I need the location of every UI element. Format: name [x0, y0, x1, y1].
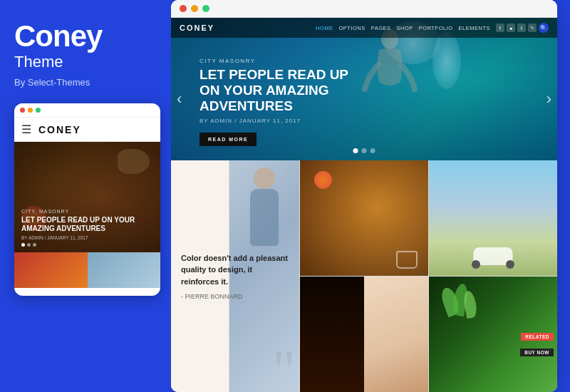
mobile-grid-cell-1 [14, 252, 88, 288]
mobile-dot-yellow [28, 108, 33, 113]
hero-read-more-btn[interactable]: READ MORE [200, 133, 256, 146]
mobile-mockup: ☰ CONEY CITY, MASONRY LET PEOPLE READ UP… [14, 103, 160, 296]
desktop-dot-green [202, 5, 209, 12]
grid-cell-food [300, 160, 428, 276]
nav-home[interactable]: HOME [316, 25, 333, 31]
mobile-dot-red [20, 108, 25, 113]
grid-cell-van [429, 160, 557, 276]
twitter-icon[interactable]: t [517, 24, 526, 32]
hero-meta: BY ADMIN / JANUARY 11, 2017 [200, 118, 356, 124]
nav-pages[interactable]: PAGES [371, 25, 391, 31]
mobile-hero: CITY, MASONRY LET PEOPLE READ UP ON YOUR… [14, 142, 160, 252]
mobile-top-bar [14, 103, 160, 118]
nav-shop[interactable]: SHOP [397, 25, 413, 31]
nav-social-icons: f ● t ∿ 🔍 [496, 23, 549, 33]
desktop-dot-yellow [191, 5, 198, 12]
desktop-top-bar [171, 0, 557, 18]
desktop-nav: CONEY HOME OPTIONS PAGES SHOP PORTFOLIO … [171, 18, 557, 38]
facebook-icon[interactable]: f [496, 24, 504, 32]
desktop-hero: CONEY HOME OPTIONS PAGES SHOP PORTFOLIO … [171, 18, 557, 160]
desktop-nav-logo: CONEY [180, 24, 214, 32]
mobile-meta: BY ADMIN / JANUARY 11, 2017 [21, 235, 153, 240]
nav-options[interactable]: OPTIONS [339, 25, 366, 31]
search-icon[interactable]: 🔍 [539, 23, 549, 33]
mobile-nav-bar: ☰ CONEY [14, 118, 160, 142]
hero-next-arrow[interactable]: › [546, 90, 551, 108]
mobile-hero-overlay: CITY, MASONRY LET PEOPLE READ UP ON YOUR… [14, 142, 160, 252]
desktop-dot-red [180, 5, 187, 12]
theme-subtitle: Theme [14, 53, 63, 71]
mobile-category: CITY, MASONRY [21, 209, 153, 214]
hero-silhouette [347, 25, 432, 110]
desktop-content: CONEY HOME OPTIONS PAGES SHOP PORTFOLIO … [171, 18, 557, 392]
nav-portfolio[interactable]: PORTFOLIO [419, 25, 453, 31]
hero-slide-dots [353, 148, 375, 153]
hero-dot-3 [370, 148, 375, 153]
hero-category: CITY MASONRY [200, 58, 356, 64]
mobile-dots-indicator [21, 243, 153, 247]
hero-dot-1 [353, 148, 358, 153]
left-panel: Coney Theme By Select-Themes ☰ CONEY [0, 0, 171, 392]
grid-cell-quote: Color doesn't add a pleasant quality to … [171, 160, 299, 392]
hero-headline: LET PEOPLE READ UP ON YOUR AMAZING ADVEN… [200, 67, 356, 114]
mobile-headline: LET PEOPLE READ UP ON YOUR AMAZING ADVEN… [21, 216, 153, 233]
right-panel: CONEY HOME OPTIONS PAGES SHOP PORTFOLIO … [171, 0, 557, 392]
hero-dot-2 [362, 148, 367, 153]
instagram-icon[interactable]: ● [507, 24, 515, 32]
rss-icon[interactable]: ∿ [528, 24, 537, 32]
slide-dot-3 [33, 243, 36, 247]
theme-title: Coney [14, 21, 102, 51]
mobile-window-dots [20, 108, 41, 113]
mobile-grid-cell-2 [88, 252, 161, 288]
slide-dot-1 [21, 243, 25, 247]
desktop-grid: Color doesn't add a pleasant quality to … [171, 160, 557, 392]
badge-buynow[interactable]: BUY NOW [520, 349, 554, 356]
portrait-dark-side [300, 277, 364, 392]
nav-elements[interactable]: ELEMENTS [459, 25, 490, 31]
hero-text-block: CITY MASONRY LET PEOPLE READ UP ON YOUR … [200, 58, 356, 146]
slide-dot-2 [27, 243, 31, 247]
desktop-nav-items: HOME OPTIONS PAGES SHOP PORTFOLIO ELEMEN… [316, 25, 490, 31]
portrait-light-side [364, 277, 428, 392]
hamburger-icon[interactable]: ☰ [21, 123, 31, 136]
quote-attribution: - PIERRE BONNARD [181, 293, 289, 300]
mobile-bottom-grid [14, 252, 160, 288]
byline: By Select-Themes [14, 77, 90, 88]
mobile-dot-green [36, 108, 41, 113]
badge-related: RELATED [521, 333, 554, 341]
quote-text: Color doesn't add a pleasant quality to … [181, 252, 289, 288]
quote-decoration: " [272, 342, 296, 392]
mobile-logo: CONEY [38, 124, 81, 135]
grid-cell-portrait [300, 277, 428, 392]
hero-prev-arrow[interactable]: ‹ [177, 90, 182, 108]
